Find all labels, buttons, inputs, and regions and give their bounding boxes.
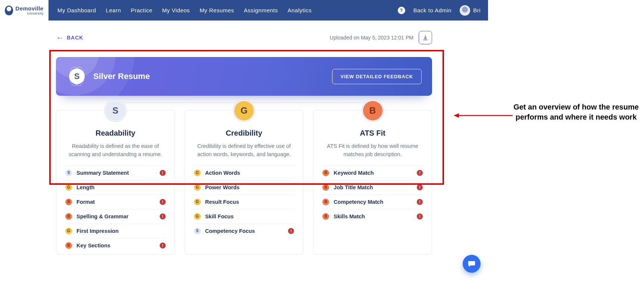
check-label: Result Focus bbox=[205, 199, 239, 205]
check-item[interactable]: SCompetency Focus bbox=[193, 224, 295, 238]
check-item[interactable]: GPower Words bbox=[193, 180, 295, 194]
card-title: Readability bbox=[65, 129, 166, 137]
score-hero: S Silver Resume VIEW DETAILED FEEDBACK bbox=[56, 57, 432, 96]
avatar-icon bbox=[460, 5, 470, 16]
card-description: Credibility is defined by effective use … bbox=[193, 142, 295, 159]
check-grade-badge: B bbox=[65, 213, 72, 220]
check-grade-badge: B bbox=[65, 242, 72, 249]
card-grade-badge: G bbox=[233, 100, 255, 121]
primary-nav: My Dashboard Learn Practice My Videos My… bbox=[57, 7, 312, 13]
laurel-icon: S bbox=[66, 66, 87, 87]
warning-icon bbox=[417, 170, 423, 176]
nav-item[interactable]: My Resumes bbox=[200, 7, 234, 13]
score-card: BATS FitATS Fit is defined by how well r… bbox=[313, 110, 432, 254]
check-label: Skill Focus bbox=[205, 213, 234, 219]
check-label: Job Title Match bbox=[334, 184, 373, 190]
check-label: Skills Match bbox=[334, 213, 365, 219]
arrow-left-icon: ← bbox=[56, 34, 64, 41]
nav-item[interactable]: My Videos bbox=[162, 7, 190, 13]
warning-icon bbox=[417, 199, 423, 205]
warning-icon bbox=[417, 184, 423, 190]
check-item[interactable]: BSpelling & Grammar bbox=[65, 209, 166, 224]
check-grade-badge: G bbox=[194, 170, 201, 176]
nav-item[interactable]: Assignments bbox=[244, 7, 278, 13]
nav-item[interactable]: Analytics bbox=[288, 7, 312, 13]
score-cards: SReadabilityReadability is defined as th… bbox=[56, 110, 432, 254]
check-item[interactable]: BFormat bbox=[65, 194, 166, 209]
user-menu[interactable]: Bri bbox=[460, 5, 481, 16]
check-item[interactable]: BJob Title Match bbox=[322, 180, 423, 194]
warning-icon bbox=[160, 243, 166, 248]
warning-icon bbox=[160, 199, 166, 205]
check-item[interactable]: GResult Focus bbox=[193, 194, 295, 209]
brand-name: Demoville bbox=[15, 5, 43, 12]
check-grade-badge: B bbox=[322, 213, 329, 220]
check-label: Competency Match bbox=[334, 199, 383, 205]
check-grade-badge: G bbox=[194, 184, 201, 191]
overall-grade-badge: S bbox=[69, 69, 85, 84]
warning-icon bbox=[417, 213, 423, 219]
check-grade-badge: S bbox=[65, 170, 72, 176]
check-label: Action Words bbox=[205, 170, 240, 176]
card-title: ATS Fit bbox=[322, 129, 423, 137]
score-card: SReadabilityReadability is defined as th… bbox=[56, 110, 175, 254]
card-grade-badge: B bbox=[362, 100, 384, 121]
check-grade-badge: B bbox=[65, 199, 72, 205]
check-label: Key Sections bbox=[76, 243, 110, 248]
download-button[interactable] bbox=[419, 31, 432, 44]
check-label: Spelling & Grammar bbox=[76, 213, 128, 219]
overall-grade-title: Silver Resume bbox=[93, 72, 150, 81]
check-grade-badge: G bbox=[194, 213, 201, 220]
chat-icon bbox=[468, 260, 476, 268]
brand-logo[interactable]: Demoville University bbox=[0, 0, 49, 20]
brand-subtitle: University bbox=[15, 12, 43, 15]
download-icon bbox=[422, 35, 428, 41]
check-label: Summary Statement bbox=[76, 170, 129, 176]
card-grade-badge: S bbox=[104, 100, 126, 121]
card-description: ATS Fit is defined by how well resume ma… bbox=[322, 142, 423, 159]
check-label: Power Words bbox=[205, 184, 240, 190]
check-item[interactable]: GFirst Impression bbox=[65, 224, 166, 238]
check-item[interactable]: BKey Sections bbox=[65, 238, 166, 253]
warning-icon bbox=[160, 213, 166, 219]
uploaded-timestamp: Uploaded on May 5, 2023 12:01 PM bbox=[330, 35, 413, 41]
nav-item[interactable]: My Dashboard bbox=[57, 7, 96, 13]
check-item[interactable]: GLength bbox=[65, 180, 166, 194]
check-label: Keyword Match bbox=[334, 170, 373, 176]
check-item[interactable]: BKeyword Match bbox=[322, 165, 423, 180]
check-item[interactable]: GSkill Focus bbox=[193, 209, 295, 224]
check-grade-badge: G bbox=[194, 199, 201, 205]
check-grade-badge: G bbox=[65, 184, 72, 191]
check-label: Competency Focus bbox=[205, 228, 255, 234]
check-grade-badge: B bbox=[322, 170, 329, 176]
check-item[interactable]: BSkills Match bbox=[322, 209, 423, 224]
back-label: BACK bbox=[67, 35, 83, 41]
check-item[interactable]: SSummary Statement bbox=[65, 165, 166, 180]
check-grade-badge: G bbox=[65, 228, 72, 234]
back-to-admin-link[interactable]: Back to Admin bbox=[413, 7, 451, 13]
nav-item[interactable]: Learn bbox=[106, 7, 121, 13]
check-grade-badge: B bbox=[322, 184, 329, 191]
check-grade-badge: B bbox=[322, 199, 329, 205]
warning-icon bbox=[288, 228, 294, 234]
check-label: Format bbox=[76, 199, 95, 205]
check-grade-badge: S bbox=[194, 228, 201, 234]
check-label: Length bbox=[76, 184, 94, 190]
chat-fab[interactable] bbox=[463, 255, 481, 273]
top-nav: Demoville University My Dashboard Learn … bbox=[0, 0, 488, 20]
check-item[interactable]: GAction Words bbox=[193, 165, 295, 180]
help-button[interactable]: ? bbox=[398, 7, 405, 14]
check-label: First Impression bbox=[76, 228, 119, 234]
nav-item[interactable]: Practice bbox=[131, 7, 152, 13]
warning-icon bbox=[160, 170, 166, 176]
score-card: GCredibilityCredibility is defined by ef… bbox=[185, 110, 304, 254]
card-title: Credibility bbox=[193, 129, 295, 137]
card-description: Readability is defined as the ease of sc… bbox=[65, 142, 166, 159]
view-detailed-feedback-button[interactable]: VIEW DETAILED FEEDBACK bbox=[332, 69, 422, 84]
check-item[interactable]: BCompetency Match bbox=[322, 194, 423, 209]
back-link[interactable]: ← BACK bbox=[56, 34, 83, 41]
annotation-text: Get an overview of how the resume perfor… bbox=[513, 102, 639, 122]
user-name: Bri bbox=[473, 7, 481, 13]
brand-mark-icon bbox=[5, 6, 13, 15]
